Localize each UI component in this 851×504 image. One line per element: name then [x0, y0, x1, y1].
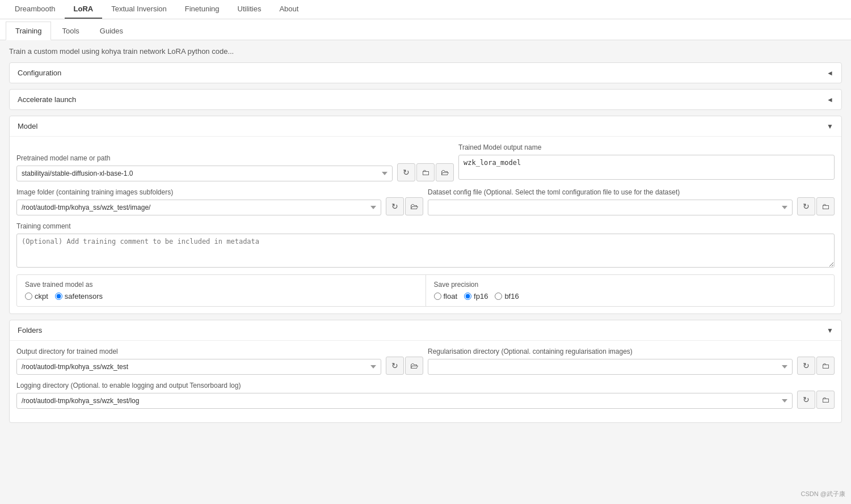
logging-dir-icons: ↻ 🗀 — [797, 391, 835, 409]
image-folder-open-btn[interactable]: 🗁 — [405, 197, 423, 215]
section-model-arrow: ▼ — [827, 122, 833, 130]
regularisation-dir-icons: ↻ 🗀 — [797, 357, 835, 375]
tab-about[interactable]: About — [270, 0, 307, 19]
section-model-header[interactable]: Model ▼ — [10, 116, 841, 136]
dataset-config-file-btn[interactable]: 🗀 — [816, 197, 835, 215]
section-configuration-label: Configuration — [18, 69, 61, 77]
radio-safetensors-input[interactable] — [55, 293, 62, 300]
save-model-radio-group: ckpt safetensors — [25, 292, 418, 300]
section-model-label: Model — [18, 122, 37, 130]
dataset-config-select[interactable] — [428, 200, 793, 215]
pretrained-model-group: Pretrained model name or path stabilitya… — [16, 154, 393, 181]
dataset-config-group: Dataset config file (Optional. Select th… — [428, 188, 793, 215]
output-dir-group: Output directory for trained model /root… — [16, 348, 381, 375]
radio-float-label: float — [444, 292, 458, 300]
regularisation-dir-refresh-btn[interactable]: ↻ — [797, 357, 815, 375]
regularisation-dir-file-btn[interactable]: 🗀 — [816, 357, 835, 375]
tab-dreambooth[interactable]: Dreambooth — [6, 0, 65, 19]
save-model-col: Save trained model as ckpt safetensors — [17, 275, 426, 306]
radio-ckpt[interactable]: ckpt — [25, 292, 48, 300]
trained-model-output-group: Trained Model output name wzk_lora_model — [458, 143, 835, 181]
image-folder-group: Image folder (containing training images… — [16, 188, 381, 215]
radio-float[interactable]: float — [434, 292, 458, 300]
radio-bf16-label: bf16 — [504, 292, 519, 300]
trained-model-output-input[interactable]: wzk_lora_model — [458, 155, 835, 180]
dataset-config-refresh-btn[interactable]: ↻ — [797, 197, 815, 215]
radio-fp16[interactable]: fp16 — [464, 292, 488, 300]
pretrained-model-icons: ↻ 🗀 🗁 — [397, 163, 454, 181]
section-folders-label: Folders — [18, 326, 42, 334]
output-dir-label: Output directory for trained model — [16, 348, 381, 355]
save-precision-radio-group: float fp16 bf16 — [434, 292, 827, 300]
pretrained-model-open-btn[interactable]: 🗁 — [436, 163, 454, 181]
image-folder-icons: ↻ 🗁 — [386, 197, 423, 215]
tab-guides[interactable]: Guides — [90, 22, 133, 40]
radio-bf16[interactable]: bf16 — [495, 292, 519, 300]
pretrained-model-folder-btn[interactable]: 🗀 — [416, 163, 435, 181]
section-accelerate-header[interactable]: Accelerate launch ◄ — [10, 90, 841, 109]
radio-fp16-label: fp16 — [474, 292, 488, 300]
section-accelerate-launch: Accelerate launch ◄ — [9, 89, 842, 110]
logging-dir-file-btn[interactable]: 🗀 — [816, 391, 835, 409]
radio-safetensors[interactable]: safetensors — [55, 292, 103, 300]
image-folder-refresh-btn[interactable]: ↻ — [386, 197, 404, 215]
logging-dir-refresh-btn[interactable]: ↻ — [797, 391, 815, 409]
pretrained-model-label: Pretrained model name or path — [16, 154, 393, 162]
tab-tools[interactable]: Tools — [52, 22, 89, 40]
section-configuration: Configuration ◄ — [9, 62, 842, 83]
regularisation-dir-label: Regularisation directory (Optional. cont… — [428, 348, 793, 355]
save-precision-label: Save precision — [434, 281, 827, 289]
section-folders-header[interactable]: Folders ▼ — [10, 320, 841, 340]
tab-utilities[interactable]: Utilities — [229, 0, 271, 19]
tab-lora[interactable]: LoRA — [65, 0, 103, 19]
save-row: Save trained model as ckpt safetensors S — [16, 274, 835, 307]
radio-fp16-input[interactable] — [464, 293, 471, 300]
folders-row-2: Logging directory (Optional. to enable l… — [16, 382, 835, 409]
pretrained-model-refresh-btn[interactable]: ↻ — [397, 163, 415, 181]
section-configuration-arrow: ◄ — [827, 69, 833, 77]
section-accelerate-label: Accelerate launch — [18, 95, 76, 104]
top-nav: Dreambooth LoRA Textual Inversion Finetu… — [0, 0, 851, 19]
training-comment-label: Training comment — [16, 222, 835, 230]
logging-dir-label: Logging directory (Optional. to enable l… — [16, 382, 793, 389]
logging-dir-select[interactable]: /root/autodl-tmp/kohya_ss/wzk_test/log — [16, 393, 793, 409]
radio-ckpt-label: ckpt — [35, 292, 48, 300]
second-nav: Training Tools Guides — [0, 19, 851, 40]
training-comment-group: Training comment — [16, 222, 835, 268]
subtitle: Train a custom model using kohya train n… — [9, 47, 842, 56]
section-folders: Folders ▼ Output directory for trained m… — [9, 320, 842, 423]
output-dir-select[interactable]: /root/autodl-tmp/kohya_ss/wzk_test — [16, 359, 381, 375]
trained-model-output-wrapper: wzk_lora_model — [458, 155, 835, 181]
dataset-config-icons: ↻ 🗀 — [797, 197, 835, 215]
model-row-2: Image folder (containing training images… — [16, 188, 835, 215]
output-dir-refresh-btn[interactable]: ↻ — [386, 357, 404, 375]
main-content: Train a custom model using kohya train n… — [0, 40, 851, 435]
regularisation-dir-select[interactable] — [428, 359, 793, 375]
save-model-label: Save trained model as — [25, 281, 418, 289]
radio-safetensors-label: safetensors — [65, 292, 103, 300]
image-folder-label: Image folder (containing training images… — [16, 188, 381, 196]
output-dir-icons: ↻ 🗁 — [386, 357, 423, 375]
training-comment-input[interactable] — [16, 234, 835, 268]
model-row-1: Pretrained model name or path stabilitya… — [16, 143, 835, 181]
pretrained-model-select[interactable]: stabilityai/stable-diffusion-xl-base-1.0 — [16, 166, 393, 181]
folders-row-1: Output directory for trained model /root… — [16, 348, 835, 375]
radio-ckpt-input[interactable] — [25, 293, 32, 300]
tab-training[interactable]: Training — [6, 22, 51, 40]
section-folders-arrow: ▼ — [827, 327, 833, 334]
output-dir-open-btn[interactable]: 🗁 — [405, 357, 423, 375]
dataset-config-label: Dataset config file (Optional. Select th… — [428, 188, 793, 196]
radio-float-input[interactable] — [434, 293, 441, 300]
radio-bf16-input[interactable] — [495, 293, 502, 300]
logging-dir-group: Logging directory (Optional. to enable l… — [16, 382, 793, 409]
image-folder-select[interactable]: /root/autodl-tmp/kohya_ss/wzk_test/image… — [16, 200, 381, 215]
tab-finetuning[interactable]: Finetuning — [176, 0, 229, 19]
regularisation-dir-group: Regularisation directory (Optional. cont… — [428, 348, 793, 375]
save-precision-col: Save precision float fp16 bf16 — [426, 275, 835, 306]
tab-textual-inversion[interactable]: Textual Inversion — [102, 0, 176, 19]
section-model: Model ▼ Pretrained model name or path st… — [9, 116, 842, 314]
section-folders-body: Output directory for trained model /root… — [10, 340, 841, 422]
section-accelerate-arrow: ◄ — [827, 96, 833, 104]
section-configuration-header[interactable]: Configuration ◄ — [10, 63, 841, 83]
trained-model-output-label: Trained Model output name — [458, 143, 835, 151]
